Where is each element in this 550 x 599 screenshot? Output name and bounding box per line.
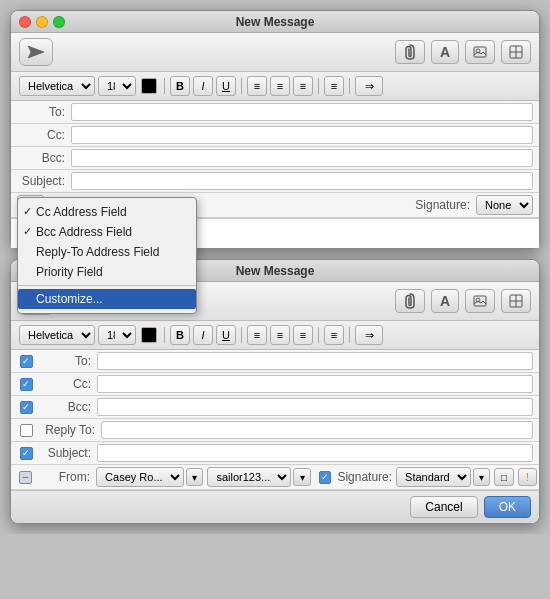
italic-btn-1[interactable]: I — [193, 76, 213, 96]
from-name-stepper-2[interactable]: ▾ — [186, 468, 203, 486]
formatbar-2: Helvetica 18 B I U ≡ ≡ ≡ ≡ ⇒ — [11, 321, 539, 350]
from-email-select-2[interactable]: sailor123... — [207, 467, 291, 487]
table-icon — [509, 45, 523, 59]
font-size-select-1[interactable]: 18 — [98, 76, 136, 96]
list-btn-1[interactable]: ≡ — [324, 76, 344, 96]
cc-input-1[interactable] — [71, 126, 533, 144]
bcc-checkbox-2[interactable] — [20, 401, 33, 414]
sig-warning-btn-2[interactable]: ! — [518, 468, 537, 486]
bcc-checkbox-col-2 — [11, 401, 37, 414]
signature-select-1[interactable]: None — [476, 195, 533, 215]
to-input-1[interactable] — [71, 103, 533, 121]
menu-separator-1 — [18, 285, 196, 286]
menu-item-bcc[interactable]: Bcc Address Field — [18, 222, 196, 242]
align-right-btn-2[interactable]: ≡ — [293, 325, 313, 345]
fields-area-1: To: Cc: Bcc: Subject: — [11, 101, 539, 193]
font-family-select-2[interactable]: Helvetica — [19, 325, 95, 345]
align-center-btn-2[interactable]: ≡ — [270, 325, 290, 345]
to-checkbox-col-2 — [11, 355, 37, 368]
bottom-bar-2: Cancel OK — [11, 490, 539, 523]
menu-item-replyto[interactable]: Reply-To Address Field — [18, 242, 196, 262]
sig-label-2: Signature: — [331, 470, 396, 484]
subject-input-1[interactable] — [71, 172, 533, 190]
close-button-1[interactable] — [19, 16, 31, 28]
attach-icon-2 — [403, 293, 417, 309]
attach-button-1[interactable] — [395, 40, 425, 64]
color-btn-1[interactable] — [141, 78, 157, 94]
maximize-button-1[interactable] — [53, 16, 65, 28]
divider-7 — [318, 327, 319, 343]
replyto-checkbox-2[interactable] — [20, 424, 33, 437]
svg-marker-0 — [28, 46, 44, 58]
subject-input-2[interactable] — [97, 444, 533, 462]
menu-item-cc[interactable]: Cc Address Field — [18, 202, 196, 222]
subject-row-2: Subject: — [11, 442, 539, 465]
divider-2 — [241, 78, 242, 94]
replyto-input-2[interactable] — [101, 421, 533, 439]
titlebar-1: New Message — [11, 11, 539, 33]
divider-4 — [349, 78, 350, 94]
table-icon-2 — [509, 294, 523, 308]
font-button-1[interactable]: A — [431, 40, 459, 64]
divider-3 — [318, 78, 319, 94]
sig-extra-btn-2[interactable]: □ — [494, 468, 513, 486]
photo-icon-2 — [473, 295, 487, 307]
font-size-select-2[interactable]: 18 — [98, 325, 136, 345]
align-center-btn-1[interactable]: ≡ — [270, 76, 290, 96]
window-title-1: New Message — [236, 15, 315, 29]
from-checkbox-2[interactable] — [19, 471, 32, 484]
photo-button-2[interactable] — [465, 289, 495, 313]
to-label-1: To: — [11, 105, 71, 119]
sig-select-2[interactable]: Standard — [396, 467, 471, 487]
window-controls-1 — [19, 16, 65, 28]
from-label-2: From: — [36, 470, 96, 484]
align-left-btn-2[interactable]: ≡ — [247, 325, 267, 345]
menu-item-customize[interactable]: Customize... — [18, 289, 196, 309]
bcc-input-2[interactable] — [97, 398, 533, 416]
bold-btn-2[interactable]: B — [170, 325, 190, 345]
window-title-2: New Message — [236, 264, 315, 278]
italic-btn-2[interactable]: I — [193, 325, 213, 345]
cancel-button-2[interactable]: Cancel — [410, 496, 477, 518]
to-row-2: To: — [11, 350, 539, 373]
cc-checkbox-2[interactable] — [20, 378, 33, 391]
ok-button-2[interactable]: OK — [484, 496, 531, 518]
font-button-2[interactable]: A — [431, 289, 459, 313]
sig-checkbox-2[interactable] — [319, 471, 332, 484]
font-family-select-1[interactable]: Helvetica — [19, 76, 95, 96]
subject-checkbox-2[interactable] — [20, 447, 33, 460]
attach-button-2[interactable] — [395, 289, 425, 313]
menu-item-priority[interactable]: Priority Field — [18, 262, 196, 282]
table-button-2[interactable] — [501, 289, 531, 313]
bcc-label-2: Bcc: — [37, 400, 97, 414]
subject-checkbox-col-2 — [11, 447, 37, 460]
indent-btn-2[interactable]: ⇒ — [355, 325, 383, 345]
from-checkbox-col-2 — [11, 471, 36, 484]
bold-btn-1[interactable]: B — [170, 76, 190, 96]
minimize-button-1[interactable] — [36, 16, 48, 28]
sig-stepper-2[interactable]: ▾ — [473, 468, 490, 486]
to-checkbox-2[interactable] — [20, 355, 33, 368]
photo-icon — [473, 46, 487, 58]
indent-btn-1[interactable]: ⇒ — [355, 76, 383, 96]
table-button-1[interactable] — [501, 40, 531, 64]
send-icon — [26, 42, 46, 62]
list-btn-2[interactable]: ≡ — [324, 325, 344, 345]
divider-1 — [164, 78, 165, 94]
to-row-1: To: — [11, 101, 539, 124]
underline-btn-2[interactable]: U — [216, 325, 236, 345]
align-right-btn-1[interactable]: ≡ — [293, 76, 313, 96]
attach-icon — [403, 44, 417, 60]
divider-6 — [241, 327, 242, 343]
send-button-1[interactable] — [19, 38, 53, 66]
to-input-2[interactable] — [97, 352, 533, 370]
from-name-select-2[interactable]: Casey Ro... — [96, 467, 184, 487]
align-left-btn-1[interactable]: ≡ — [247, 76, 267, 96]
from-email-stepper-2[interactable]: ▾ — [293, 468, 310, 486]
photo-button-1[interactable] — [465, 40, 495, 64]
underline-btn-1[interactable]: U — [216, 76, 236, 96]
cc-input-2[interactable] — [97, 375, 533, 393]
cc-row-1: Cc: — [11, 124, 539, 147]
bcc-input-1[interactable] — [71, 149, 533, 167]
color-btn-2[interactable] — [141, 327, 157, 343]
